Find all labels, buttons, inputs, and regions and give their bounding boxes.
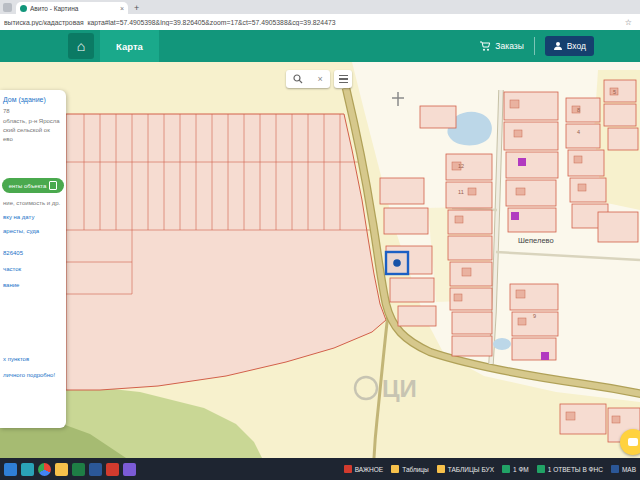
object-title-link[interactable]: Дом (здание) xyxy=(3,96,46,103)
excel-icon xyxy=(537,465,545,473)
login-button[interactable]: Вход xyxy=(545,36,594,56)
object-address-line: ево xyxy=(3,136,13,142)
object-address-line: ский сельской ок xyxy=(3,127,50,133)
layers-menu-button[interactable] xyxy=(334,70,352,88)
object-address-line: область, р-н Яросла xyxy=(3,118,60,124)
window-icon xyxy=(3,3,12,12)
tab-map[interactable]: Карта xyxy=(100,30,159,62)
selected-object-marker[interactable] xyxy=(386,252,408,274)
link-more-details[interactable]: личного подробно! xyxy=(3,372,55,378)
svg-text:8: 8 xyxy=(577,107,580,113)
header-divider xyxy=(534,37,535,55)
orders-button[interactable]: Заказы xyxy=(479,40,523,52)
watermark-text: ЦИ xyxy=(382,375,417,402)
taskbar-item[interactable]: 1 ФМ xyxy=(502,465,529,473)
new-tab-button[interactable]: + xyxy=(134,3,139,13)
selected-object-dot xyxy=(393,259,401,267)
start-button-icon[interactable] xyxy=(4,463,17,476)
person-icon xyxy=(553,41,563,51)
browser-tab-strip: Авито - Картина × + xyxy=(0,0,640,14)
document-icon xyxy=(49,181,57,190)
bookmark-star-icon[interactable]: ☆ xyxy=(625,18,632,27)
object-code: 78 xyxy=(3,108,10,114)
word-icon xyxy=(611,465,619,473)
map-tab-label: Карта xyxy=(116,41,143,52)
folder-icon xyxy=(391,465,399,473)
cart-icon xyxy=(479,40,491,52)
hamburger-icon xyxy=(339,75,348,77)
taskbar-item[interactable]: ТАБЛИЦЫ БУХ xyxy=(437,465,494,473)
browser-tab[interactable]: Авито - Картина × xyxy=(16,2,128,14)
object-info-line: ние, стоимость и др. xyxy=(3,200,60,206)
link-settlements[interactable]: х пунктов xyxy=(3,356,29,362)
link-arrests[interactable]: аресты, суда xyxy=(3,228,39,234)
tab-close-icon[interactable]: × xyxy=(120,5,124,12)
chrome-icon[interactable] xyxy=(38,463,51,476)
app-icon-teal[interactable] xyxy=(21,463,34,476)
svg-text:9: 9 xyxy=(533,313,536,319)
svg-text:4: 4 xyxy=(577,129,580,135)
home-icon: ⌂ xyxy=(77,38,85,54)
link-building[interactable]: вание xyxy=(3,282,19,288)
search-clear-icon[interactable]: × xyxy=(318,74,323,84)
docs-button-label: енты объекта xyxy=(9,183,47,189)
taskbar: ВАЖНОЕ Таблицы ТАБЛИЦЫ БУХ 1 ФМ 1 ОТВЕТЫ… xyxy=(0,458,640,480)
village-name-label: Шепелево xyxy=(518,236,554,245)
link-extract-date[interactable]: вку на дату xyxy=(3,214,34,220)
orders-label: Заказы xyxy=(495,41,523,51)
folder-icon xyxy=(437,465,445,473)
link-cadastral-number[interactable]: 826405 xyxy=(3,250,23,256)
excel-icon xyxy=(502,465,510,473)
address-bar[interactable]: вытиска.рус/кадастровая_карта#lat=57.490… xyxy=(0,14,640,31)
url-text[interactable]: вытиска.рус/кадастровая_карта#lat=57.490… xyxy=(4,19,604,26)
important-icon xyxy=(344,465,352,473)
app-icon-violet[interactable] xyxy=(123,463,136,476)
tab-favicon-icon xyxy=(20,5,27,12)
map-search-box[interactable]: × xyxy=(286,70,330,88)
cadastral-map[interactable]: Шепелево 8 4 12 11 5 9 ЦИ xyxy=(0,62,640,458)
svg-text:12: 12 xyxy=(458,163,464,169)
search-icon xyxy=(293,74,303,84)
object-info-panel: Дом (здание) 78 область, р-н Яросла ский… xyxy=(0,90,66,428)
taskbar-item[interactable]: 1 ОТВЕТЫ В ФНС xyxy=(537,465,603,473)
excel-icon[interactable] xyxy=(72,463,85,476)
taskbar-item[interactable]: ВАЖНОЕ xyxy=(344,465,384,473)
folder-icon[interactable] xyxy=(55,463,68,476)
tab-title: Авито - Картина xyxy=(30,5,117,12)
app-icon-red[interactable] xyxy=(106,463,119,476)
svg-text:11: 11 xyxy=(458,189,464,195)
site-header: ⌂ Карта Заказы Вход xyxy=(0,30,640,62)
chat-button[interactable] xyxy=(620,429,640,455)
word-icon[interactable] xyxy=(89,463,102,476)
taskbar-item[interactable]: МАВ xyxy=(611,465,636,473)
taskbar-item[interactable]: Таблицы xyxy=(391,465,429,473)
login-label: Вход xyxy=(567,41,586,51)
link-parcel[interactable]: часток xyxy=(3,266,21,272)
svg-text:5: 5 xyxy=(613,89,616,95)
home-button[interactable]: ⌂ xyxy=(68,33,94,59)
object-documents-button[interactable]: енты объекта xyxy=(2,178,64,193)
chat-icon xyxy=(628,438,638,446)
